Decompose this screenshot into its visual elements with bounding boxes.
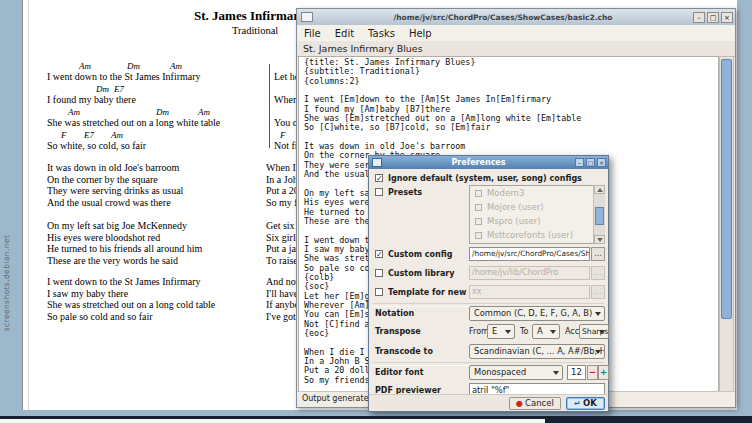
menu-edit[interactable]: Edit	[328, 28, 361, 39]
pdf-lyric-line: She was stretched out on a long cold tab…	[47, 299, 215, 310]
watermark: screenshots.debian.net	[2, 228, 14, 338]
ignore-default-row: ✓ Ignore default (system, user, song) co…	[369, 173, 608, 185]
transpose-acc-dropdown[interactable]: Sharps	[579, 324, 609, 339]
presets-label: Presets	[388, 188, 422, 197]
editor-scrollbar[interactable]	[719, 56, 734, 392]
menu-tasks[interactable]: Tasks	[361, 28, 402, 39]
pdf-lyric-line: Six girls	[266, 232, 300, 243]
template-browse-button: ...	[591, 285, 605, 299]
ignore-default-checkbox[interactable]: ✓	[375, 174, 383, 182]
custom-config-checkbox[interactable]: ✓	[375, 250, 383, 258]
ok-button[interactable]: ↵OK	[566, 397, 605, 410]
notation-dropdown[interactable]: Common (C, D, E, F, G, A, B)	[469, 306, 605, 321]
pdf-chord: E7	[84, 130, 94, 140]
pdf-chord: Am	[170, 61, 182, 71]
pdf-lyric-line: I found my baby there	[47, 94, 136, 105]
maximize-button[interactable]: □	[707, 12, 719, 23]
pdf-chord: Am	[79, 61, 91, 71]
transcode-row: Transcode to Scandinavian (C, ... A, A#/…	[369, 344, 608, 359]
tabbar: St. James Infirmary Blues	[297, 41, 735, 57]
custom-config-field[interactable]: /home/jv/src/ChordPro/Cases/ShowCas	[469, 247, 590, 261]
font-size-field[interactable]: 12	[567, 365, 586, 380]
pdf-chord: Am	[68, 107, 80, 117]
custom-config-row: ✓ Custom config /home/jv/src/ChordPro/Ca…	[369, 247, 608, 262]
presets-scroll-thumb	[595, 207, 604, 225]
custom-config-label: Custom config	[388, 250, 452, 259]
scroll-up-icon	[594, 185, 605, 194]
chevron-down-icon	[595, 350, 601, 354]
transpose-row: Transpose From E To A Acc. Sharps	[369, 324, 608, 339]
dialog-maximize-button[interactable]: □	[586, 158, 595, 167]
transpose-from-label: From	[469, 327, 489, 336]
tab-song[interactable]: St. James Infirmary Blues	[297, 43, 429, 54]
pdf-lyric-line: So pale so cold and so fair	[47, 311, 153, 322]
pdf-lyric-line: These are the very words he said	[47, 255, 178, 266]
template-checkbox[interactable]	[375, 288, 383, 296]
custom-library-label: Custom library	[388, 269, 454, 278]
font-size-decrease-button[interactable]: −	[587, 365, 598, 380]
menu-help[interactable]: Help	[402, 28, 439, 39]
pdf-lyric-line: Not fi	[274, 140, 298, 151]
editor-font-dropdown[interactable]: Monospaced	[469, 365, 563, 380]
pdf-lyric-line: Put a 20	[266, 185, 299, 196]
chevron-down-icon	[550, 330, 556, 334]
pdf-lyric-line: She was stretched out on a long white ta…	[47, 117, 220, 128]
pdf-chord: Am	[198, 107, 210, 117]
transpose-to-label: To	[520, 327, 528, 336]
desktop: { "watermark": "screenshots.debian.net",…	[0, 0, 752, 423]
preferences-dialog: Preferences – □ × ✓ Ignore default (syst…	[368, 155, 609, 412]
presets-list-chrome	[469, 185, 605, 244]
font-size-increase-button[interactable]: +	[598, 365, 609, 380]
dialog-minimize-button[interactable]: –	[575, 158, 584, 167]
pdf-lyric-line: They were serving drinks as usual	[47, 185, 183, 196]
custom-config-browse-button[interactable]: ...	[591, 247, 605, 261]
custom-library-checkbox[interactable]	[375, 269, 383, 277]
transpose-to-value: A	[537, 326, 543, 336]
chevron-down-icon	[553, 371, 559, 375]
transcode-label: Transcode to	[375, 347, 433, 356]
pdf-chord: F	[280, 130, 286, 140]
cancel-label: Cancel	[525, 398, 554, 408]
transpose-label: Transpose	[375, 327, 421, 336]
pdf-lyric-line: On my left sat big Joe McKennedy	[47, 220, 187, 231]
window-title: /home/jv/src/ChordPro/Cases/ShowCases/ba…	[313, 13, 693, 22]
pdf-lyric-line: I went down to the St James Infirmary	[47, 71, 201, 82]
pdf-lyric-line: He turned to his friends all around him	[47, 243, 202, 254]
editor-font-label: Editor font	[375, 368, 423, 377]
pdf-chord: E7	[114, 84, 124, 94]
notation-label: Notation	[375, 309, 414, 318]
cancel-button[interactable]: ●Cancel	[509, 397, 561, 410]
presets-checkbox[interactable]	[375, 188, 383, 196]
pdf-chord: Dm	[156, 107, 169, 117]
dialog-icon	[372, 158, 382, 167]
chevron-down-icon	[599, 330, 605, 334]
transpose-from-value: E	[492, 326, 497, 336]
pdf-lyric-line: On the corner by the square	[47, 174, 158, 185]
transcode-value: Scandinavian (C, ... A, A#/Bb, H)	[474, 346, 605, 356]
pdf-lyric-line: His eyes were bloodshot red	[47, 232, 160, 243]
dialog-titlebar: Preferences – □ ×	[369, 156, 608, 169]
ok-label: OK	[583, 398, 597, 408]
ok-icon: ↵	[574, 399, 581, 408]
pdf-lyric-line: To raise	[266, 255, 298, 266]
scrollbar-thumb[interactable]	[721, 59, 732, 319]
menu-file[interactable]: File	[297, 28, 328, 39]
custom-library-row: Custom library /home/jv/lib/ChordPro ...	[369, 266, 608, 281]
transcode-dropdown[interactable]: Scandinavian (C, ... A, A#/Bb, H)	[469, 344, 605, 359]
pdf-lyric-line: I saw my baby there	[47, 288, 128, 299]
pdf-chord: Dm	[127, 61, 140, 71]
cancel-icon: ●	[516, 399, 523, 408]
transpose-from-dropdown[interactable]: E	[487, 324, 515, 339]
notation-value: Common (C, D, E, F, G, A, B)	[474, 308, 592, 318]
pdf-chord: Dm	[96, 84, 109, 94]
template-row: Template for new songs xx ...	[369, 285, 608, 300]
pdf-chord: Am	[111, 130, 123, 140]
dialog-footer: ●Cancel ↵OK	[369, 394, 608, 411]
dialog-close-button[interactable]: ×	[597, 158, 606, 167]
transpose-to-dropdown[interactable]: A	[532, 324, 560, 339]
pdf-lyric-line: I'll have	[266, 288, 298, 299]
close-button[interactable]: ×	[721, 12, 733, 23]
notation-row: Notation Common (C, D, E, F, G, A, B)	[369, 306, 608, 321]
editor-titlebar: /home/jv/src/ChordPro/Cases/ShowCases/ba…	[297, 9, 735, 26]
minimize-button[interactable]: –	[693, 12, 705, 23]
